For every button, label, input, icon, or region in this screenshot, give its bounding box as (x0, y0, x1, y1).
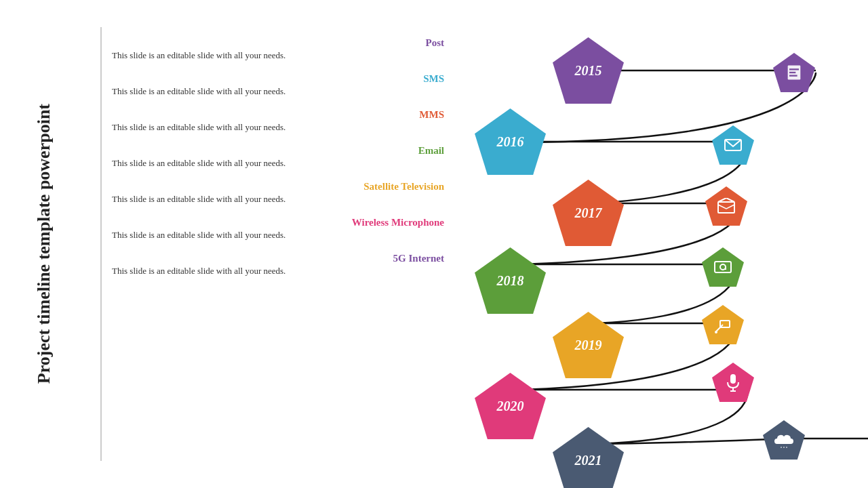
item-mms: MMS This slide is an editable slide with… (112, 109, 444, 133)
icon-node-5g (763, 420, 805, 460)
icon-5g (763, 420, 805, 460)
icon-node-sms (712, 125, 754, 165)
item-email-desc: This slide is an editable slide with all… (112, 158, 444, 169)
pentagon-2019: 2019 (553, 312, 624, 378)
svg-rect-7 (789, 68, 799, 70)
node-2020: 2020 (475, 373, 546, 439)
node-2015: 2015 (553, 37, 624, 104)
node-2018: 2018 (475, 247, 546, 314)
pentagon-2017: 2017 (553, 180, 624, 246)
item-5g-desc: This slide is an editable slide with all… (112, 266, 444, 277)
item-satellite-tv: Satellite Television This slide is an ed… (112, 181, 444, 205)
item-sms-label: SMS (112, 73, 444, 85)
svg-rect-12 (715, 262, 731, 272)
icon-post (773, 53, 815, 92)
item-post-label: Post (112, 37, 444, 49)
item-wireless-mic-desc: This slide is an editable slide with all… (112, 230, 444, 241)
icon-email (702, 247, 744, 287)
svg-point-17 (715, 331, 717, 333)
timeline-area: 2015 2016 2017 2018 2019 2020 2021 (448, 20, 868, 468)
node-2019: 2019 (553, 312, 624, 378)
page-title-container: Project timeline template powerpoint (0, 0, 88, 488)
icon-satellite (702, 305, 744, 344)
pentagon-2016: 2016 (475, 108, 546, 175)
item-sms: SMS This slide is an editable slide with… (112, 73, 444, 97)
icon-node-mms (705, 186, 747, 226)
icon-sms (712, 125, 754, 165)
icon-mic (712, 363, 754, 402)
item-5g: 5G Internet This slide is an editable sl… (112, 253, 444, 277)
vertical-divider (100, 27, 102, 461)
node-2017: 2017 (553, 180, 624, 246)
pentagon-2018: 2018 (475, 247, 546, 314)
left-content-area: Post This slide is an editable slide wit… (112, 37, 444, 289)
item-post: Post This slide is an editable slide wit… (112, 37, 444, 61)
svg-rect-11 (718, 202, 734, 213)
icon-node-mic (712, 363, 754, 402)
icon-mms (705, 186, 747, 226)
pentagon-2015: 2015 (553, 37, 624, 104)
icon-node-satellite (702, 305, 744, 344)
svg-point-13 (720, 264, 726, 270)
svg-rect-18 (730, 374, 736, 384)
item-email: Email This slide is an editable slide wi… (112, 145, 444, 169)
item-sms-desc: This slide is an editable slide with all… (112, 86, 444, 97)
item-mms-desc: This slide is an editable slide with all… (112, 122, 444, 133)
item-wireless-mic: Wireless Microphone This slide is an edi… (112, 217, 444, 241)
item-email-label: Email (112, 145, 444, 157)
item-satellite-tv-label: Satellite Television (112, 181, 444, 192)
item-mms-label: MMS (112, 109, 444, 121)
item-5g-label: 5G Internet (112, 253, 444, 264)
pentagon-2021: 2021 (553, 427, 624, 488)
item-post-desc: This slide is an editable slide with all… (112, 50, 444, 61)
node-2021: 2021 (553, 427, 624, 488)
item-satellite-tv-desc: This slide is an editable slide with all… (112, 194, 444, 205)
pentagon-2020: 2020 (475, 373, 546, 439)
icon-node-email (702, 247, 744, 287)
svg-rect-8 (789, 72, 795, 73)
page-title: Project timeline template powerpoint (33, 104, 54, 384)
icon-node-post (773, 53, 815, 92)
svg-rect-9 (789, 75, 797, 77)
item-wireless-mic-label: Wireless Microphone (112, 217, 444, 228)
node-2016: 2016 (475, 108, 546, 175)
